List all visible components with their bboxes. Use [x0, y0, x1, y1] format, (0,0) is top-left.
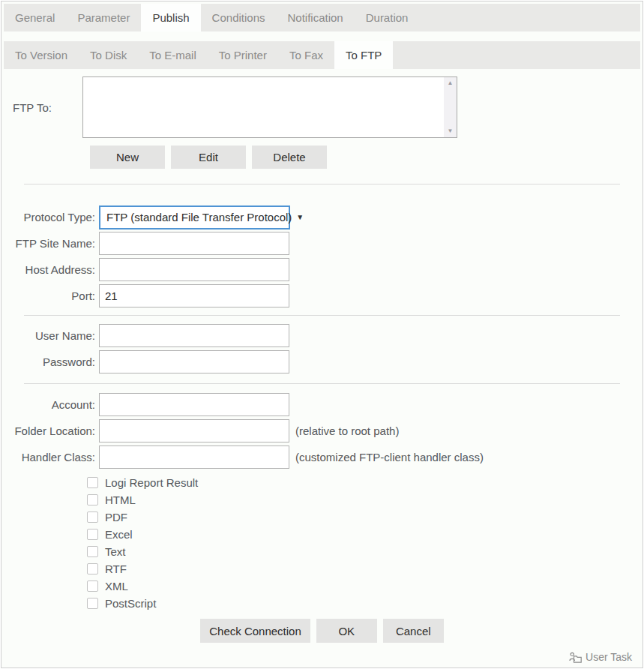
handler-class-hint: (customized FTP-client handler class) — [295, 451, 484, 464]
folder-location-row: Folder Location: (relative to root path) — [1, 419, 643, 442]
format-row-xml[interactable]: XML — [87, 578, 643, 595]
new-button[interactable]: New — [90, 146, 165, 169]
chevron-down-icon: ▼ — [296, 213, 304, 221]
port-row: Port: — [1, 284, 643, 308]
format-label: Excel — [105, 528, 133, 541]
tab-parameter[interactable]: Parameter — [66, 4, 141, 32]
tab-to-disk[interactable]: To Disk — [79, 41, 138, 69]
port-label: Port: — [1, 290, 99, 302]
checkbox-html[interactable] — [87, 494, 98, 506]
separator — [24, 184, 620, 184]
format-label: Logi Report Result — [105, 476, 198, 489]
ftp-site-name-input[interactable] — [99, 232, 289, 255]
password-input[interactable] — [99, 350, 289, 374]
connection-section: Protocol Type: FTP (standard File Transf… — [1, 206, 643, 308]
check-connection-button[interactable]: Check Connection — [200, 619, 310, 643]
account-input[interactable] — [99, 393, 289, 416]
user-name-label: User Name: — [1, 329, 99, 342]
protocol-type-label: Protocol Type: — [1, 211, 99, 224]
location-section: Account: Folder Location: (relative to r… — [1, 393, 643, 469]
format-label: RTF — [105, 562, 127, 575]
user-task-label: User Task — [586, 651, 632, 663]
account-label: Account: — [1, 398, 99, 411]
user-name-input[interactable] — [99, 324, 289, 347]
scroll-up-icon[interactable]: ▲ — [448, 80, 454, 86]
format-list: Logi Report Result HTML PDF Excel Text R… — [87, 474, 643, 612]
format-label: XML — [105, 580, 128, 592]
user-task-icon — [569, 652, 582, 663]
tab-to-email[interactable]: To E-mail — [138, 41, 208, 69]
handler-class-input[interactable] — [99, 446, 289, 469]
host-address-row: Host Address: — [1, 258, 643, 281]
list-button-row: New Edit Delete — [90, 146, 643, 169]
listbox-scrollbar[interactable]: ▲ ▼ — [444, 77, 457, 137]
checkbox-postscript[interactable] — [87, 598, 98, 609]
main-tabbar: General Parameter Publish Conditions Not… — [4, 4, 640, 32]
checkbox-excel[interactable] — [87, 529, 98, 540]
protocol-type-row: Protocol Type: FTP (standard File Transf… — [1, 206, 643, 229]
format-label: PostScript — [105, 597, 156, 610]
checkbox-rtf[interactable] — [87, 563, 98, 574]
checkbox-text[interactable] — [87, 546, 98, 557]
handler-class-label: Handler Class: — [1, 451, 99, 464]
protocol-type-value: FTP (standard File Transfer Protocol) — [106, 211, 292, 224]
format-label: Text — [105, 545, 126, 558]
tab-to-ftp[interactable]: To FTP — [334, 41, 393, 69]
credentials-section: User Name: Password: — [1, 324, 643, 374]
port-input[interactable] — [99, 284, 289, 308]
protocol-type-select[interactable]: FTP (standard File Transfer Protocol) ▼ — [99, 206, 290, 230]
password-label: Password: — [1, 356, 99, 368]
user-task-link[interactable]: User Task — [569, 651, 632, 663]
format-row-rtf[interactable]: RTF — [87, 560, 643, 578]
tab-duration[interactable]: Duration — [355, 4, 420, 32]
ftp-to-row: FTP To: ▲ ▼ — [1, 76, 643, 138]
folder-location-hint: (relative to root path) — [295, 424, 399, 437]
format-row-text[interactable]: Text — [87, 543, 643, 560]
delete-button[interactable]: Delete — [252, 146, 327, 169]
format-row-logi-report-result[interactable]: Logi Report Result — [87, 474, 643, 491]
folder-location-label: Folder Location: — [1, 424, 99, 437]
format-row-html[interactable]: HTML — [87, 491, 643, 508]
format-row-excel[interactable]: Excel — [87, 526, 643, 543]
checkbox-xml[interactable] — [87, 580, 98, 592]
cancel-button[interactable]: Cancel — [383, 619, 444, 643]
host-address-input[interactable] — [99, 258, 289, 281]
publish-to-ftp-dialog: General Parameter Publish Conditions Not… — [1, 1, 643, 668]
user-name-row: User Name: — [1, 324, 643, 347]
handler-class-row: Handler Class: (customized FTP-client ha… — [1, 446, 643, 469]
ftp-site-name-label: FTP Site Name: — [1, 237, 99, 250]
ftp-to-listbox[interactable]: ▲ ▼ — [82, 76, 457, 138]
password-row: Password: — [1, 350, 643, 374]
ok-button[interactable]: OK — [316, 619, 377, 643]
format-row-pdf[interactable]: PDF — [87, 508, 643, 526]
action-button-row: Check Connection OK Cancel — [1, 619, 643, 643]
tab-publish[interactable]: Publish — [141, 4, 200, 32]
separator — [24, 315, 620, 316]
tab-to-fax[interactable]: To Fax — [278, 41, 334, 69]
ftp-site-name-row: FTP Site Name: — [1, 232, 643, 255]
tab-notification[interactable]: Notification — [277, 4, 355, 32]
separator — [24, 383, 620, 384]
ftp-to-label: FTP To: — [13, 101, 82, 114]
checkbox-logi-report-result[interactable] — [87, 477, 98, 488]
tab-general[interactable]: General — [4, 4, 66, 32]
format-row-postscript[interactable]: PostScript — [87, 595, 643, 612]
format-label: PDF — [105, 511, 127, 524]
folder-location-input[interactable] — [99, 419, 289, 442]
tab-to-printer[interactable]: To Printer — [208, 41, 278, 69]
tab-to-version[interactable]: To Version — [4, 41, 79, 69]
tab-conditions[interactable]: Conditions — [201, 4, 277, 32]
account-row: Account: — [1, 393, 643, 416]
scroll-down-icon[interactable]: ▼ — [448, 128, 454, 134]
checkbox-pdf[interactable] — [87, 512, 98, 523]
format-label: HTML — [105, 494, 136, 506]
host-address-label: Host Address: — [1, 263, 99, 276]
edit-button[interactable]: Edit — [171, 146, 246, 169]
publish-tabbar: To Version To Disk To E-mail To Printer … — [4, 41, 640, 69]
to-ftp-panel: FTP To: ▲ ▼ New Edit Delete Protocol Typ… — [1, 76, 643, 643]
